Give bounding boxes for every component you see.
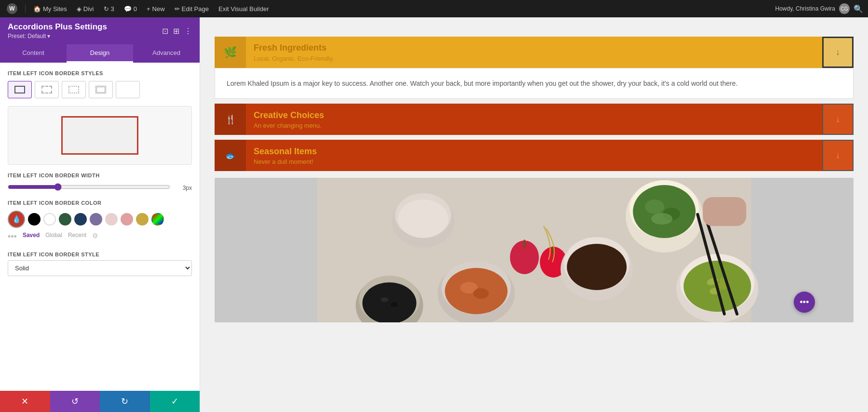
divi-label: Divi: [83, 5, 94, 13]
edit-page-link[interactable]: ✏ Edit Page: [173, 4, 211, 13]
dots-icon: •••: [800, 297, 809, 307]
color-tab-recent[interactable]: Recent: [68, 232, 86, 242]
reset-button[interactable]: ↺: [50, 391, 100, 412]
accordion-icon-fresh: 🌿: [215, 37, 246, 68]
svg-rect-35: [703, 197, 746, 226]
accordion-title-area-seasonal: Seasonal Items Never a dull moment!: [246, 140, 822, 171]
tab-design[interactable]: Design: [67, 44, 133, 63]
border-styles-title: Item Left Icon Border Styles: [8, 70, 192, 76]
sidebar-content: Item Left Icon Border Styles: [0, 63, 200, 391]
color-swatch-gradient[interactable]: [151, 213, 164, 226]
sidebar-icon-more[interactable]: ⋮: [184, 27, 192, 36]
exit-builder-link[interactable]: Exit Visual Builder: [217, 4, 271, 13]
tab-advanced[interactable]: Advanced: [133, 44, 200, 63]
color-swatch-lightpink[interactable]: [105, 213, 118, 226]
comments-link[interactable]: ↻ 3: [102, 4, 116, 13]
divi-link[interactable]: ◈ Divi: [75, 4, 96, 13]
color-swatch-navy[interactable]: [74, 213, 87, 226]
main-content: 🌿 Fresh Ingredients Local. Organic. Eco-…: [200, 17, 868, 412]
accordion-header-creative[interactable]: 🍴 Creative Choices An ever changing menu…: [215, 104, 854, 135]
svg-point-6: [651, 213, 673, 225]
color-settings-icon[interactable]: ⚙: [92, 232, 98, 242]
color-swatches: 💧: [8, 211, 192, 228]
border-style-double[interactable]: [89, 81, 113, 98]
accordion-subtitle-fresh: Local. Organic. Eco-Friendly.: [254, 55, 814, 62]
tab-content[interactable]: Content: [0, 44, 67, 63]
color-swatch-pink[interactable]: [121, 213, 133, 226]
accordion-title-creative: Creative Choices: [254, 110, 814, 121]
redo-button[interactable]: ↻: [100, 391, 150, 412]
svg-point-38: [398, 199, 448, 238]
edit-page-label: Edit Page: [182, 5, 209, 13]
color-swatch-black[interactable]: [28, 213, 41, 226]
color-swatch-gold[interactable]: [136, 213, 149, 226]
border-width-slider[interactable]: [8, 183, 170, 191]
preview-inner-box: [61, 116, 138, 155]
home-icon: 🏠: [33, 5, 41, 13]
sidebar-preset[interactable]: Preset: Default ▾: [8, 33, 107, 40]
accordion-header-seasonal[interactable]: 🐟 Seasonal Items Never a dull moment! ↓: [215, 140, 854, 171]
accordion-item-seasonal: 🐟 Seasonal Items Never a dull moment! ↓: [215, 140, 854, 171]
accordion-item-creative: 🍴 Creative Choices An ever changing menu…: [215, 104, 854, 135]
my-sites-link[interactable]: 🏠 My Sites: [31, 4, 69, 13]
sidebar-icon-grid[interactable]: ⊞: [173, 27, 179, 36]
border-style-label: Item Left Icon Border Style: [8, 252, 192, 257]
sidebar-icon-square[interactable]: ⊡: [162, 27, 168, 36]
border-style-select[interactable]: Solid Dashed Dotted Double Groove Ridge …: [8, 260, 192, 276]
settings-sidebar: Accordions Plus Settings Preset: Default…: [0, 17, 200, 412]
sidebar-actions: ✕ ↺ ↻ ✓: [0, 391, 200, 412]
loop-icon: ↻: [104, 5, 109, 13]
chevron-down-icon: ▾: [47, 33, 50, 40]
howdy-text: Howdy, Christina Gwira: [775, 5, 835, 12]
svg-point-32: [391, 302, 398, 307]
cancel-button[interactable]: ✕: [0, 391, 50, 412]
accordion-body-fresh: Lorem Khaled Ipsum is a major key to suc…: [227, 80, 738, 87]
confirm-button[interactable]: ✓: [150, 391, 200, 412]
accordion-title-fresh: Fresh Ingredients: [254, 42, 814, 53]
border-style-dotted[interactable]: [62, 81, 86, 98]
color-tab-dots[interactable]: •••: [8, 232, 17, 242]
accordion-title-area-fresh: Fresh Ingredients Local. Organic. Eco-Fr…: [246, 37, 822, 67]
color-tab-saved[interactable]: Saved: [23, 232, 40, 242]
border-width-value: 3px: [175, 185, 192, 191]
border-preview-area: [8, 106, 192, 165]
sidebar-header-left: Accordions Plus Settings Preset: Default…: [8, 22, 107, 40]
accordion-toggle-seasonal[interactable]: ↓: [822, 140, 854, 171]
food-illustration: [215, 178, 854, 322]
svg-point-4: [645, 199, 665, 214]
wp-logo[interactable]: W: [5, 2, 19, 15]
search-icon[interactable]: 🔍: [854, 4, 863, 13]
comments-count: 3: [111, 5, 114, 13]
color-tabs: ••• Saved Global Recent ⚙: [8, 232, 98, 242]
border-style-solid[interactable]: [8, 81, 32, 98]
plus-icon: +: [147, 5, 150, 13]
admin-bar-right: Howdy, Christina Gwira CG 🔍: [775, 3, 863, 14]
accordion-toggle-fresh[interactable]: ↓: [822, 37, 854, 68]
bubble-icon: 💬: [124, 5, 132, 13]
accordion-toggle-creative[interactable]: ↓: [822, 104, 854, 135]
color-swatch-purple[interactable]: [90, 213, 102, 226]
sidebar-header: Accordions Plus Settings Preset: Default…: [0, 17, 200, 44]
user-avatar[interactable]: CG: [839, 3, 850, 14]
accordion-item-fresh: 🌿 Fresh Ingredients Local. Organic. Eco-…: [215, 37, 854, 99]
svg-point-15: [567, 244, 627, 290]
color-swatch-white[interactable]: [43, 213, 56, 226]
double-preview: [95, 86, 106, 93]
eyedropper-button[interactable]: 💧: [8, 211, 25, 228]
border-style-dashed[interactable]: [35, 81, 59, 98]
comment-count: 0: [134, 5, 137, 13]
svg-point-31: [381, 297, 389, 302]
new-label: New: [152, 5, 165, 13]
accordion-header-fresh[interactable]: 🌿 Fresh Ingredients Local. Organic. Eco-…: [215, 37, 854, 68]
new-post-link[interactable]: + New: [145, 4, 167, 13]
border-style-none[interactable]: [116, 81, 140, 98]
admin-bar: W 🏠 My Sites ◈ Divi ↻ 3 💬 0 + New ✏ Edit…: [0, 0, 868, 17]
accordion-icon-seasonal: 🐟: [215, 140, 246, 171]
comment-bubble-link[interactable]: 💬 0: [122, 4, 139, 13]
none-preview: [122, 86, 133, 93]
preset-label: Preset: Default: [8, 33, 46, 40]
border-width-slider-row: 3px: [8, 183, 192, 192]
border-width-slider-container: [8, 183, 170, 192]
color-tab-global[interactable]: Global: [45, 232, 62, 242]
color-swatch-darkgreen[interactable]: [59, 213, 71, 226]
